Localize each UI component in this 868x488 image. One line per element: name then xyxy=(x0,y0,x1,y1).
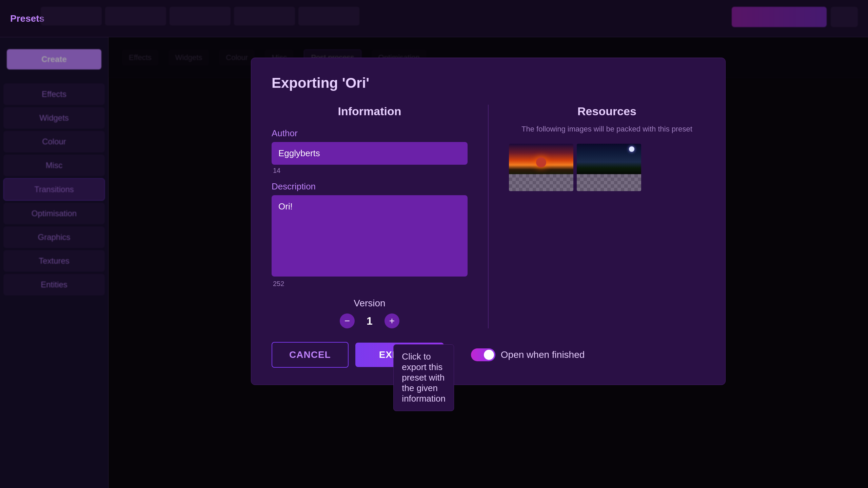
author-label: Author xyxy=(272,128,468,139)
top-bar-nav xyxy=(41,7,359,25)
resource-image-night xyxy=(577,144,641,191)
sidebar-item-transitions[interactable]: Transitions xyxy=(3,178,105,201)
version-increment-button[interactable]: + xyxy=(384,313,399,328)
info-panel: Information Author 14 Description 252 Ve… xyxy=(272,105,488,328)
cancel-button[interactable]: CANCEL xyxy=(272,342,349,368)
resources-panel: Resources The following images will be p… xyxy=(489,105,705,328)
nav-placeholder-5 xyxy=(298,7,359,25)
sunset-image-top xyxy=(509,144,573,174)
version-decrement-button[interactable]: − xyxy=(340,313,355,328)
version-controls: − 1 + xyxy=(272,313,468,328)
description-textarea[interactable] xyxy=(272,195,468,277)
description-char-count: 252 xyxy=(272,280,468,288)
nav-placeholder-1 xyxy=(41,7,102,25)
export-tooltip: Click to export this preset with the giv… xyxy=(393,344,454,411)
version-value: 1 xyxy=(363,315,376,327)
night-image-top xyxy=(577,144,641,174)
description-label: Description xyxy=(272,181,468,192)
sidebar-item-entities[interactable]: Entities xyxy=(3,274,105,296)
open-when-finished-section: Open when finished xyxy=(471,348,585,361)
nav-placeholder-2 xyxy=(105,7,166,25)
sunset-image-bottom xyxy=(509,174,573,191)
author-char-count: 14 xyxy=(272,167,468,175)
sidebar-item-textures[interactable]: Textures xyxy=(3,250,105,272)
night-image-bottom xyxy=(577,174,641,191)
version-label: Version xyxy=(272,298,468,309)
resources-subtitle: The following images will be packed with… xyxy=(509,125,705,134)
export-dialog: Exporting 'Ori' Information Author 14 De… xyxy=(251,58,726,385)
app-logo: Presets xyxy=(10,13,44,24)
sidebar-item-optimisation[interactable]: Optimisation xyxy=(3,203,105,224)
export-button-wrapper: EXPORT Click to export this preset with … xyxy=(355,343,444,367)
dialog-footer: CANCEL EXPORT Click to export this prese… xyxy=(272,342,705,368)
open-when-finished-label: Open when finished xyxy=(501,349,585,360)
sidebar: Create Effects Widgets Colour Misc Trans… xyxy=(0,37,108,488)
author-input[interactable] xyxy=(272,142,468,165)
open-when-finished-toggle[interactable] xyxy=(471,348,495,361)
nav-placeholder-4 xyxy=(234,7,295,25)
sidebar-item-colour[interactable]: Colour xyxy=(3,131,105,152)
dialog-body: Information Author 14 Description 252 Ve… xyxy=(272,105,705,328)
top-bar: Presets xyxy=(0,0,868,37)
info-panel-heading: Information xyxy=(272,105,468,118)
sidebar-item-widgets[interactable]: Widgets xyxy=(3,107,105,129)
dialog-title: Exporting 'Ori' xyxy=(272,75,705,91)
sidebar-item-effects[interactable]: Effects xyxy=(3,83,105,105)
main-area: Effects Widgets Colour Misc Post process… xyxy=(108,37,868,488)
sidebar-item-misc[interactable]: Misc xyxy=(3,155,105,176)
sidebar-item-graphics[interactable]: Graphics xyxy=(3,226,105,248)
version-section: Version − 1 + xyxy=(272,298,468,328)
dialog-overlay: Exporting 'Ori' Information Author 14 De… xyxy=(108,37,868,488)
resource-image-sunset xyxy=(509,144,573,191)
resources-grid xyxy=(509,144,641,191)
resources-heading: Resources xyxy=(509,105,705,118)
nav-placeholder-3 xyxy=(170,7,231,25)
